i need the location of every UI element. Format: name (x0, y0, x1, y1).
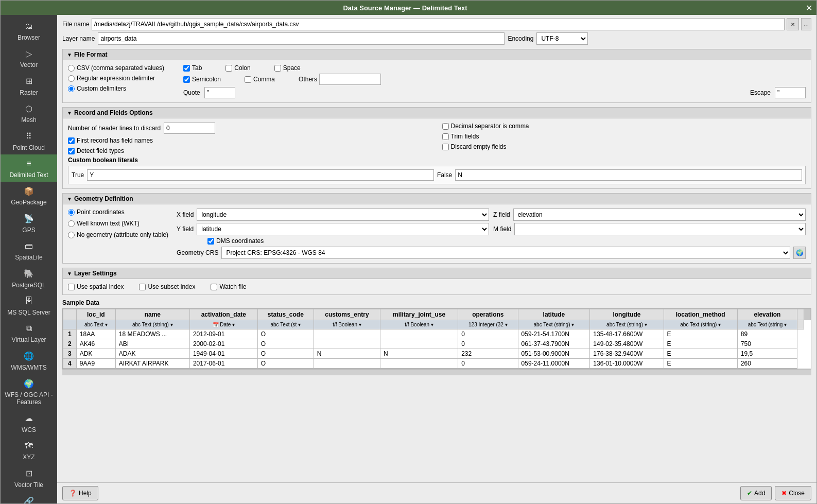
layer-settings-header[interactable]: ▼ Layer Settings (63, 268, 811, 279)
y-field-select[interactable]: latitude (197, 223, 489, 235)
sidebar-icon-mssql: 🗄 (23, 295, 35, 307)
layer-name-input[interactable] (98, 32, 505, 45)
sidebar-icon-point-cloud: ⠿ (23, 130, 35, 143)
cell-operations: 0 (458, 329, 518, 339)
crs-row: Geometry CRS Project CRS: EPSG:4326 - WG… (177, 247, 806, 259)
cell-location_method: E (664, 339, 737, 349)
file-browse-button[interactable]: ... (801, 18, 811, 30)
sidebar-item-point-cloud[interactable]: ⠿ Point Cloud (1, 127, 57, 154)
x-field-select[interactable]: longitude (197, 208, 489, 221)
subset-index-checkbox[interactable] (139, 284, 146, 290)
tab-checkbox[interactable] (183, 65, 190, 72)
crs-browse-button[interactable]: 🌍 (793, 247, 806, 259)
file-format-grid: CSV (comma separated values) Regular exp… (68, 64, 806, 98)
sidebar-item-geopackage[interactable]: 📦 GeoPackage (1, 182, 57, 209)
quote-input[interactable] (204, 87, 235, 98)
others-input[interactable] (319, 74, 381, 85)
sidebar-item-mesh[interactable]: ⬡ Mesh (1, 99, 57, 127)
type-header-latitude[interactable]: abc Text (string) ▾ (518, 320, 590, 329)
decimal-sep-checkbox[interactable] (442, 123, 449, 130)
trim-fields-checkbox[interactable] (442, 133, 449, 140)
z-field-label: Z field (493, 211, 510, 218)
file-format-section: ▼ File Format CSV (comma separated value… (62, 49, 811, 103)
sidebar-item-postgresql[interactable]: 🐘 PostgreSQL (1, 265, 57, 292)
layer-settings-body: Use spatial index Use subset index Watch… (63, 279, 811, 294)
type-header-activation_date[interactable]: 📅 Date ▾ (189, 320, 257, 329)
point-coords-radio[interactable] (68, 209, 75, 216)
no-geom-radio[interactable] (68, 232, 75, 238)
delimiter-row-2: Semicolon Comma Others (183, 74, 806, 85)
sidebar-item-wcs[interactable]: ☁ WCS (1, 409, 57, 437)
sidebar-item-wms-wmts[interactable]: 🌐 WMS/WMTS (1, 347, 57, 374)
regex-radio[interactable] (68, 75, 75, 82)
comma-checkbox[interactable] (245, 76, 251, 83)
record-fields-section: ▼ Record and Fields Options Number of he… (62, 107, 811, 189)
type-header-name[interactable]: abc Text (string) ▾ (115, 320, 189, 329)
sidebar-icon-raster: ⊞ (23, 75, 35, 88)
sidebar-item-xyz[interactable]: 🗺 XYZ (1, 437, 57, 464)
sidebar-item-virtual-layer[interactable]: ⧉ Virtual Layer (1, 319, 57, 346)
watch-file-checkbox[interactable] (211, 284, 217, 290)
true-label: True (72, 171, 84, 179)
add-button[interactable]: ✔ Add (740, 486, 772, 500)
sidebar-item-gps[interactable]: 📡 GPS (1, 210, 57, 237)
help-button[interactable]: ❓ Help (62, 486, 98, 500)
false-input[interactable] (455, 169, 802, 181)
sample-data-table-container[interactable]: loc_idnameactivation_datestatus_codecust… (62, 308, 811, 369)
geometry-header[interactable]: ▼ Geometry Definition (63, 194, 811, 204)
type-header-elevation[interactable]: abc Text (string ▾ (737, 320, 797, 329)
main-container: 🗂 Browser ▷ Vector ⊞ Raster ⬡ Mesh ⠿ Poi… (1, 15, 816, 503)
type-header-status_code[interactable]: abc Text (st ▾ (257, 320, 314, 329)
sidebar-item-vector-tile[interactable]: ⊡ Vector Tile (1, 464, 57, 492)
crs-select[interactable]: Project CRS: EPSG:4326 - WGS 84 (221, 247, 790, 259)
m-field-select[interactable] (514, 223, 806, 235)
file-format-header[interactable]: ▼ File Format (63, 49, 811, 60)
file-clear-button[interactable]: ✕ (787, 18, 799, 30)
z-field-row: Z field elevation (493, 208, 806, 221)
sidebar-label-virtual-layer: Virtual Layer (11, 336, 46, 343)
z-field-select[interactable]: elevation (513, 208, 806, 221)
sidebar-label-postgresql: PostgreSQL (12, 282, 45, 289)
spatial-index-checkbox[interactable] (68, 284, 75, 290)
close-button[interactable]: ✖ Close (775, 486, 811, 500)
type-header-operations[interactable]: 123 Integer (32 ▾ (458, 320, 518, 329)
window-close-button[interactable]: ✕ (806, 3, 812, 13)
custom-radio[interactable] (68, 85, 75, 92)
type-header-military_joint_use[interactable]: t/f Boolean ▾ (380, 320, 458, 329)
detect-field-checkbox[interactable] (68, 148, 75, 154)
record-fields-header[interactable]: ▼ Record and Fields Options (63, 108, 811, 118)
sidebar-item-browser[interactable]: 🗂 Browser (1, 17, 57, 44)
file-name-input[interactable] (92, 18, 785, 30)
escape-input[interactable] (775, 87, 806, 98)
file-format-arrow: ▼ (67, 52, 72, 58)
sidebar-item-wfs[interactable]: 🌍 WFS / OGC API - Features (1, 374, 57, 409)
discard-empty-checkbox[interactable] (442, 144, 449, 150)
encoding-select[interactable]: UTF-8 (536, 32, 588, 45)
type-header-loc_id[interactable]: abc Text ▾ (76, 320, 115, 329)
space-checkbox[interactable] (274, 65, 281, 72)
horizontal-scrollbar[interactable] (62, 369, 811, 375)
semicolon-checkbox[interactable] (183, 76, 190, 83)
cell-latitude: 059-21-54.1700N (518, 329, 590, 339)
csv-radio[interactable] (68, 65, 75, 72)
type-header-location_method[interactable]: abc Text (string) ▾ (664, 320, 737, 329)
delimiter-row-1: Tab Colon Space (183, 64, 806, 72)
cell-military_joint_use (380, 339, 458, 349)
true-input[interactable] (87, 169, 434, 181)
first-record-checkbox[interactable] (68, 137, 75, 144)
semicolon-label: Semicolon (192, 76, 221, 83)
header-lines-input[interactable] (164, 123, 215, 134)
dms-checkbox[interactable] (207, 238, 214, 245)
sidebar-item-spatialite[interactable]: 🗃 SpatiaLite (1, 237, 57, 264)
type-header-longitude[interactable]: abc Text (string) ▾ (590, 320, 664, 329)
sidebar-item-mssql[interactable]: 🗄 MS SQL Server (1, 292, 57, 319)
colon-checkbox[interactable] (225, 65, 232, 72)
sidebar-item-delimited-text[interactable]: ≡ Delimited Text (1, 154, 57, 182)
sidebar-item-raster[interactable]: ⊞ Raster (1, 72, 57, 99)
sidebar-item-arcgis-rest[interactable]: 🔗 ArcGIS REST Server (1, 492, 57, 503)
sample-data-table: loc_idnameactivation_datestatus_codecust… (63, 309, 811, 369)
type-header-customs_entry[interactable]: t/f Boolean ▾ (314, 320, 380, 329)
sidebar-icon-postgresql: 🐘 (23, 268, 35, 280)
sidebar-item-vector[interactable]: ▷ Vector (1, 44, 57, 72)
wkt-radio[interactable] (68, 220, 75, 227)
